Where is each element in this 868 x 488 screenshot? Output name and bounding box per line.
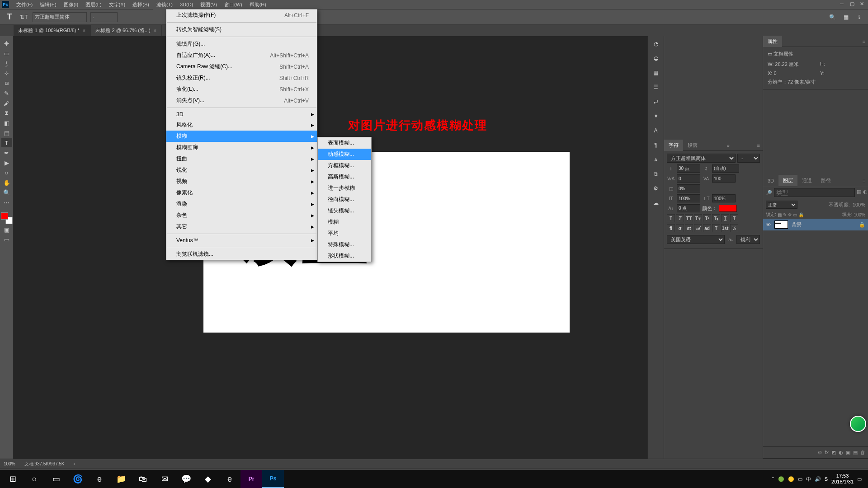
tool-preset-icon[interactable]: T [4,11,15,23]
char-font[interactable]: 方正超粗黑简体 [667,154,736,163]
actions-panel-icon[interactable]: ⚙ [650,183,662,194]
adjust-layer-icon[interactable]: ◐ [839,450,843,455]
char-baseline[interactable] [677,204,700,212]
fill-value[interactable]: 100% [854,212,865,217]
premiere-icon[interactable]: Pr [241,470,262,488]
filter-item[interactable]: 镜头校正(R)...Shift+Ctrl+R [166,72,317,84]
filter-item[interactable]: 滤镜库(G)... [166,38,317,50]
new-layer-icon[interactable]: ▤ [853,450,858,455]
link-layers-icon[interactable]: ⊘ [818,450,822,455]
glyph-panel-icon[interactable]: ᴀ [650,154,662,165]
screenmode-icon[interactable]: ▭ [1,235,12,244]
super-btn[interactable]: T¹ [703,214,711,222]
pen-tool-icon[interactable]: ✒ [1,148,12,157]
hand-tool-icon[interactable]: ✋ [1,178,12,187]
menu-window[interactable]: 窗口(W) [221,0,246,9]
para-tab[interactable]: 段落 [683,140,702,151]
char-color-swatch[interactable] [719,205,737,212]
libraries-panel-icon[interactable]: ☰ [650,81,662,93]
tray-ime-icon[interactable]: 中 [806,476,811,483]
menu-select[interactable]: 选择(S) [129,0,153,9]
underline-btn[interactable]: T [721,214,729,222]
marquee-tool-icon[interactable]: ▭ [1,49,12,58]
filter-item[interactable]: Camera Raw 滤镜(C)...Shift+Ctrl+A [166,61,317,72]
filter-item[interactable]: 锐化▶ [166,164,317,176]
path-select-tool-icon[interactable]: ▶ [1,158,12,167]
filter-item[interactable]: 像素化▶ [166,187,317,198]
menu-help[interactable]: 帮助(H) [246,0,270,9]
blur-item[interactable]: 表面模糊... [318,137,371,149]
edge-icon[interactable]: e [219,470,241,488]
photoshop-icon[interactable]: Ps [262,470,284,488]
filter-item[interactable]: 自适应广角(A)...Alt+Shift+Ctrl+A [166,50,317,61]
menu-view[interactable]: 视图(V) [197,0,221,9]
blend-mode[interactable]: 正常 [766,201,797,209]
blur-item[interactable]: 径向模糊... [318,194,371,205]
lock-all-icon[interactable]: 🔒 [798,212,804,217]
zoom-value[interactable]: 100% [4,461,15,466]
explorer-icon[interactable]: 📁 [110,470,132,488]
collapse-icon[interactable]: » [724,143,732,148]
styles-panel-icon[interactable]: ✦ [650,110,662,122]
type-tool-icon[interactable]: T [1,138,12,147]
sub-btn[interactable]: T₁ [712,214,720,222]
menu-image[interactable]: 图像(I) [60,0,82,9]
filter-item[interactable]: 上次滤镜操作(F)Alt+Ctrl+F [166,9,317,21]
swash-btn[interactable]: 𝒜 [694,224,702,232]
char-track[interactable] [712,174,736,183]
opacity-value[interactable]: 100% [853,202,865,207]
gradient-tool-icon[interactable]: ▤ [1,128,12,137]
doc-tab-2[interactable]: 未标题-2 @ 66.7% (将...)✕ [91,25,162,36]
filter-pixel-icon[interactable]: ▦ [857,189,861,196]
start-button[interactable]: ⊞ [2,470,24,488]
paths-tab[interactable]: 路径 [816,175,835,186]
smallcaps-btn[interactable]: Tᴛ [694,214,702,222]
char-vscale[interactable] [677,194,700,202]
blur-item[interactable]: 特殊模糊... [318,239,371,250]
quickmask-icon[interactable]: ▣ [1,225,12,234]
nav-panel-icon[interactable]: ⧉ [650,168,662,180]
doc-size[interactable]: 文档:937.5K/937.5K [24,461,65,467]
char-size[interactable] [677,164,700,173]
tray-disk-icon[interactable]: 🟡 [788,476,794,482]
store-icon[interactable]: 🛍 [132,470,154,488]
blur-item[interactable]: 平均 [318,228,371,239]
char-tab[interactable]: 字符 [664,140,683,151]
filter-item[interactable]: 其它▶ [166,221,317,232]
fx-icon[interactable]: fx [825,450,829,455]
italic-btn[interactable]: T [676,214,684,222]
menu-filter[interactable]: 滤镜(T) [153,0,176,9]
maximize-icon[interactable]: ▢ [850,1,856,7]
menu-3d[interactable]: 3D(D) [176,0,197,9]
filter-item[interactable]: 液化(L)...Shift+Ctrl+X [166,84,317,95]
blur-item[interactable]: 方框模糊... [318,160,371,171]
delete-layer-icon[interactable]: 🗑 [860,450,865,455]
allcaps-btn[interactable]: TT [685,214,693,222]
app-360-icon[interactable]: 🌀 [67,470,89,488]
tray-up-icon[interactable]: ˄ [772,476,774,482]
tab-close-icon[interactable]: ✕ [82,28,86,33]
eraser-tool-icon[interactable]: ◧ [1,118,12,127]
menu-layer[interactable]: 图层(L) [82,0,105,9]
layers-tab[interactable]: 图层 [778,175,797,186]
char-style[interactable]: - [737,154,760,163]
filter-item[interactable]: 杂色▶ [166,210,317,221]
half-btn[interactable]: ½ [730,224,738,232]
title-btn[interactable]: ad [703,224,711,232]
close-icon[interactable]: ✕ [860,1,866,7]
swatches-panel-icon[interactable]: ▦ [650,67,662,79]
props-tab[interactable]: 属性 [763,36,782,47]
sigma-btn[interactable]: σ [676,224,684,232]
app-blue-icon[interactable]: ◆ [197,470,219,488]
filter-item[interactable]: 浏览联机滤镜... [166,249,317,260]
lock-pos-icon[interactable]: ✥ [788,212,792,217]
char-lang[interactable]: 美国英语 [667,235,725,244]
eyedropper-tool-icon[interactable]: ✎ [1,89,12,98]
stamp-tool-icon[interactable]: ⧗ [1,108,12,117]
strike-btn[interactable]: T [730,214,738,222]
filter-search-icon[interactable]: 🔎 [766,190,772,196]
blur-item[interactable]: 动感模糊... [318,149,371,160]
tray-notif-icon[interactable]: ▭ [857,476,862,482]
tray-safe-icon[interactable]: 🟢 [778,476,784,482]
filter-item[interactable]: 渲染▶ [166,198,317,210]
